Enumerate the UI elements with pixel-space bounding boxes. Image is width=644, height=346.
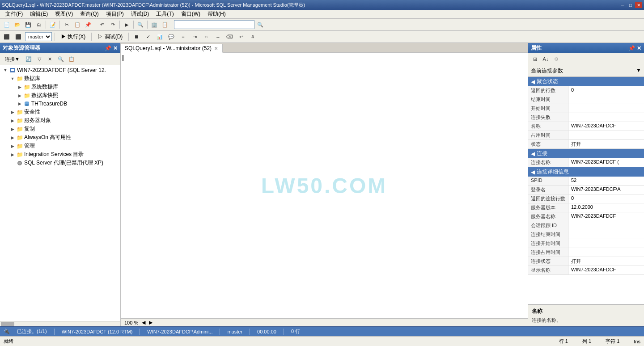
new-query2-btn[interactable]: 📝 [48, 20, 58, 30]
search-go-btn[interactable]: 🔍 [255, 20, 265, 30]
results-btn[interactable]: 📊 [155, 32, 165, 42]
alwayson-label: AlwaysOn 高可用性 [24, 134, 71, 141]
minimize-button[interactable]: ─ [619, 2, 626, 8]
prop-value [568, 113, 644, 122]
query-footer: 100 % ◀ ▶ [121, 318, 528, 326]
prop-name: 服务器名称 [528, 212, 568, 221]
menu-query[interactable]: 查询(Q) [76, 9, 102, 19]
save-all-btn[interactable]: 🗂 [34, 20, 44, 30]
prop-dropdown-arrow[interactable]: ▼ [636, 67, 641, 73]
run-btn[interactable]: ▶ [122, 20, 131, 30]
expander-management[interactable]: ▶ [9, 143, 16, 150]
maximize-button[interactable]: □ [627, 2, 634, 8]
tree-alwayson[interactable]: ▶ 📁 AlwaysOn 高可用性 [0, 133, 120, 142]
prop-pin-icon[interactable]: 📌 [628, 45, 635, 51]
debug-btn[interactable]: ▷ 调试(D) [94, 32, 126, 42]
expander-sql-agent[interactable] [9, 160, 16, 167]
prop-close-icon[interactable]: ✕ [637, 45, 641, 51]
tree-server[interactable]: ▼ WIN7-2023DAFDCF (SQL Server 12. [0, 66, 120, 74]
save-btn[interactable]: 💾 [23, 20, 33, 30]
open-btn[interactable]: 📂 [13, 20, 22, 30]
prop-titlebar: 属性 📌 ✕ [528, 43, 644, 53]
oe-close-icon[interactable]: ✕ [113, 45, 118, 51]
new-query-btn[interactable]: 📄 [2, 20, 12, 30]
tree-system-dbs[interactable]: ▶ 📁 系统数据库 [0, 83, 120, 91]
cut-btn[interactable]: ✂ [62, 20, 72, 30]
expander-system-dbs[interactable]: ▶ [16, 84, 23, 91]
expander-replication[interactable]: ▶ [9, 126, 16, 133]
svg-point-7 [18, 162, 21, 165]
tree-integration[interactable]: ▶ 📁 Integration Services 目录 [0, 150, 120, 159]
prop-btn[interactable]: 📋 [160, 20, 170, 30]
tree-sql-agent[interactable]: SQL Server 代理(已禁用代理 XP) [0, 159, 120, 167]
scroll-right-btn[interactable]: ▶ [149, 320, 153, 325]
oe-filter-btn[interactable]: ▽ [34, 54, 44, 64]
undo-btn[interactable]: ↶ [97, 20, 107, 30]
tb2-btn2[interactable]: ⬛ [13, 32, 23, 42]
stop-btn[interactable]: ⏹ [131, 32, 141, 42]
svg-point-5 [25, 104, 29, 106]
prop-categorical-btn[interactable]: ⊞ [530, 54, 540, 64]
wordwrap-btn[interactable]: ↩ [236, 32, 246, 42]
menu-project[interactable]: 项目(P) [102, 9, 127, 19]
menu-edit[interactable]: 编辑(E) [26, 9, 51, 19]
expander-server[interactable]: ▼ [2, 67, 9, 74]
database-select[interactable]: master [25, 32, 52, 41]
search-btn[interactable]: 🔍 [136, 20, 145, 30]
tree-replication[interactable]: ▶ 📁 复制 [0, 125, 120, 133]
oe-search-btn[interactable]: 🔍 [56, 54, 66, 64]
expander-databases[interactable]: ▼ [9, 75, 16, 82]
indent-btn[interactable]: ⇥ [190, 32, 199, 42]
check-btn[interactable]: ✓ [143, 32, 153, 42]
execute-btn[interactable]: ▶ 执行(X) [58, 32, 89, 42]
linenum-btn[interactable]: # [248, 32, 258, 42]
prop-row: 连接状态 打开 [528, 257, 644, 266]
tree-treasure-db[interactable]: ▶ THTreasureDB [0, 100, 120, 108]
oe-prop-btn[interactable]: 📋 [67, 54, 76, 64]
scroll-left-btn[interactable]: ◀ [142, 320, 145, 325]
tree-databases[interactable]: ▼ 📁 数据库 [0, 74, 120, 83]
oe-refresh-btn[interactable]: 🔄 [24, 54, 34, 64]
prop-alpha-btn[interactable]: A↓ [541, 54, 551, 64]
oe-hscroll[interactable] [0, 321, 120, 326]
prop-value: 打开 [568, 140, 644, 148]
objects-btn[interactable]: 🏢 [149, 20, 159, 30]
expander-treasure[interactable]: ▶ [16, 100, 23, 107]
tree-server-objects[interactable]: ▶ 📁 服务器对象 [0, 116, 120, 125]
tab-close-btn[interactable]: ✕ [213, 46, 219, 51]
prop-footer-title: 名称 [532, 308, 640, 315]
align-btn[interactable]: ↔ [201, 32, 211, 42]
tree-db-snapshots[interactable]: ▶ 📁 数据库快照 [0, 91, 120, 100]
expander-server-objects[interactable]: ▶ [9, 117, 16, 124]
menu-debug[interactable]: 调试(D) [127, 9, 153, 19]
query-tab-1[interactable]: SQLQuery1.sql - W...ministrator (52) ✕ [121, 44, 223, 53]
oe-pin-icon[interactable]: 📌 [105, 45, 111, 51]
menu-window[interactable]: 窗口(W) [178, 9, 204, 19]
expander-security[interactable]: ▶ [9, 109, 16, 116]
close-button[interactable]: ✕ [635, 2, 642, 8]
format-btn[interactable]: ≡ [178, 32, 188, 42]
menu-help[interactable]: 帮助(H) [204, 9, 229, 19]
prop-section-aggregate[interactable]: ◀ 聚合状态 [528, 77, 644, 86]
tree-security[interactable]: ▶ 📁 安全性 [0, 108, 120, 116]
oe-tree: ▼ WIN7-2023DAFDCF (SQL Server 12. ▼ 📁 数据… [0, 65, 120, 321]
expander-snapshots[interactable]: ▶ [16, 92, 23, 99]
paste-btn[interactable]: 📌 [83, 20, 93, 30]
copy-btn[interactable]: 📋 [72, 20, 82, 30]
menu-file[interactable]: 文件(F) [2, 9, 26, 19]
oe-disconnect-btn[interactable]: ✕ [45, 54, 55, 64]
redo-btn[interactable]: ↷ [108, 20, 118, 30]
msgs-btn[interactable]: 💬 [166, 32, 176, 42]
expander-alwayson[interactable]: ▶ [9, 134, 16, 141]
prop-section-connection[interactable]: ◀ 连接 [528, 149, 644, 158]
menu-tools[interactable]: 工具(T) [153, 9, 177, 19]
tree-management[interactable]: ▶ 📁 管理 [0, 142, 120, 150]
comment-btn[interactable]: -- [213, 32, 223, 42]
search-input[interactable] [174, 20, 254, 29]
prop-section-details[interactable]: ◀ 连接详细信息 [528, 167, 644, 177]
oe-connect-btn[interactable]: 连接▼ [2, 55, 23, 63]
menu-view[interactable]: 视图(V) [51, 9, 76, 19]
expander-integration[interactable]: ▶ [9, 151, 16, 158]
tb2-btn1[interactable]: ⬛ [2, 32, 12, 42]
uncomment-btn[interactable]: ⌫ [225, 32, 234, 42]
